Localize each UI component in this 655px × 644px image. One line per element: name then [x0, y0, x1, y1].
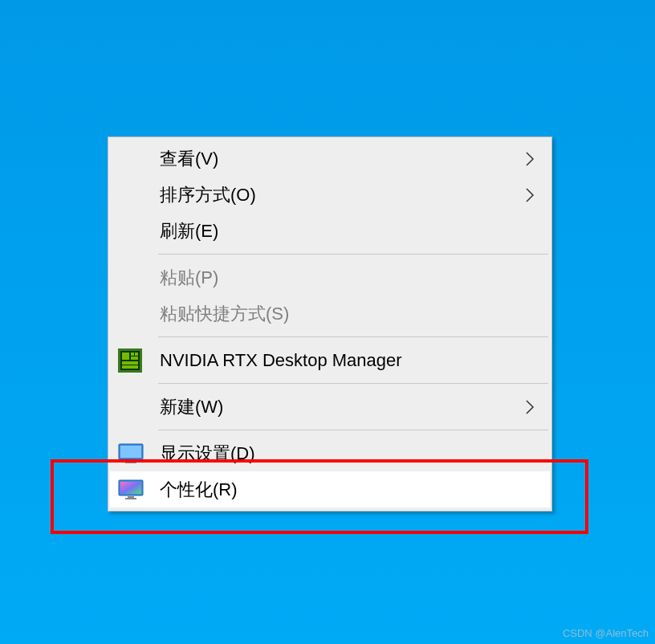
menu-item-label: 新建(W) [160, 395, 516, 419]
menu-item-paste: 粘贴(P) [110, 259, 550, 296]
nvidia-icon [118, 348, 160, 373]
svg-rect-10 [128, 460, 134, 462]
menu-item-label: 刷新(E) [160, 219, 516, 243]
svg-rect-5 [131, 357, 138, 360]
svg-rect-13 [120, 482, 141, 494]
menu-separator [158, 430, 548, 430]
menu-item-label: 排序方式(O) [160, 183, 516, 207]
chevron-right-icon [516, 186, 535, 204]
display-icon [118, 443, 160, 464]
menu-item-display-settings[interactable]: 显示设置(D) [110, 435, 550, 471]
svg-rect-3 [131, 353, 134, 356]
menu-separator [158, 336, 548, 337]
svg-rect-14 [128, 496, 134, 498]
menu-item-nvidia[interactable]: NVIDIA RTX Desktop Manager [110, 342, 550, 378]
svg-rect-2 [122, 353, 129, 360]
menu-item-refresh[interactable]: 刷新(E) [110, 213, 550, 249]
watermark-text: CSDN @AlenTech [563, 627, 649, 639]
menu-item-label: 个性化(R) [160, 478, 516, 502]
menu-item-view[interactable]: 查看(V) [110, 141, 550, 177]
svg-rect-7 [122, 365, 138, 369]
menu-item-label: 粘贴快捷方式(S) [160, 302, 516, 326]
menu-item-label: 粘贴(P) [160, 266, 516, 290]
svg-rect-15 [125, 498, 136, 499]
svg-rect-11 [125, 462, 136, 463]
chevron-right-icon [516, 150, 535, 168]
personalize-icon [118, 479, 160, 500]
menu-item-sort[interactable]: 排序方式(O) [110, 177, 550, 213]
menu-item-label: 显示设置(D) [160, 442, 516, 466]
svg-rect-6 [122, 361, 138, 365]
svg-rect-9 [120, 446, 141, 458]
svg-rect-4 [135, 353, 138, 356]
menu-item-paste-shortcut: 粘贴快捷方式(S) [110, 296, 550, 332]
menu-item-label: 查看(V) [160, 147, 516, 171]
menu-item-personalize[interactable]: 个性化(R) [110, 471, 550, 507]
desktop-context-menu: 查看(V) 排序方式(O) 刷新(E) 粘贴(P) 粘贴快捷方式(S) [108, 137, 552, 512]
menu-separator [158, 383, 548, 384]
menu-item-label: NVIDIA RTX Desktop Manager [160, 350, 516, 371]
menu-item-new[interactable]: 新建(W) [110, 389, 550, 425]
chevron-right-icon [516, 398, 535, 416]
menu-separator [158, 254, 548, 255]
